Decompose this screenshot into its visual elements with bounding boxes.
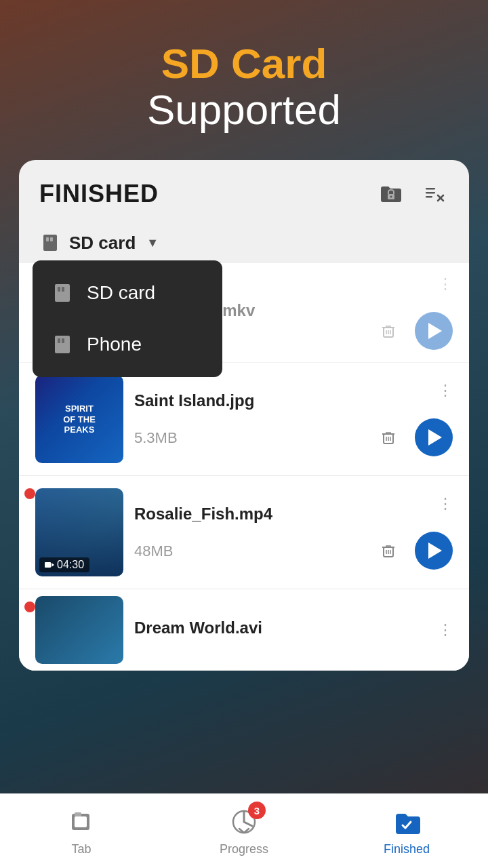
tab-svg-icon [68,808,95,835]
play-triangle-2 [428,429,442,446]
svg-rect-13 [55,336,70,353]
thumb-overlay-3: 04:30 [35,488,123,576]
action-row-3 [373,532,453,570]
svg-rect-2 [426,188,435,190]
trash-icon-2 [378,427,399,448]
file-item-dot-4 [24,601,35,612]
svg-rect-4 [426,196,432,198]
file-name-3: Rosalie_Fish.mp4 [134,505,362,524]
svg-rect-15 [62,338,64,343]
delete-list-icon [422,182,446,206]
play-triangle-3 [428,542,442,559]
file-actions-4: ⋮ [438,621,453,639]
file-size-3: 48MB [134,542,362,560]
thumb-duration-3: 04:30 [39,557,89,572]
header: SD Card Supported [0,0,488,160]
folder-lock-icon [378,182,403,206]
card-title: FINISHED [39,180,159,208]
tab-label-finished: Finished [384,842,430,856]
finished-svg-icon [392,807,422,837]
dropdown-phone-icon [52,334,73,355]
dropdown-phone-label: Phone [87,334,142,355]
svg-rect-12 [62,287,64,292]
storage-selector[interactable]: SD card ▼ SD card Phone [19,222,469,263]
play-button-2[interactable] [415,418,453,456]
svg-rect-26 [45,562,51,568]
file-info-4: Dream World.avi [134,616,427,644]
tab-label-progress: Progress [220,842,268,856]
action-row-1 [373,312,453,350]
tab-item-tab[interactable]: Tab [0,806,163,856]
main-card: FINISHED [19,160,469,671]
file-size-2: 5.3MB [134,429,362,447]
video-icon-3 [45,561,54,568]
svg-rect-14 [58,338,60,343]
dropdown-sdcard-icon [52,282,73,304]
storage-label: SD card [69,233,136,254]
tab-item-progress[interactable]: 3 Progress [163,806,325,856]
delete-list-button[interactable] [419,179,449,209]
tab-label-tab: Tab [71,842,91,856]
delete-button-2[interactable] [373,422,404,453]
file-info-2: Saint Island.jpg 5.3MB [134,389,362,450]
file-item-2: SPIRITOF THEPEAKS Saint Island.jpg 5.3MB… [19,363,469,476]
progress-badge: 3 [248,802,266,819]
file-actions-3: ⋮ [373,495,453,570]
file-actions-2: ⋮ [373,382,453,456]
card-header: FINISHED [19,179,469,222]
storage-dropdown: SD card Phone [33,260,222,377]
svg-rect-3 [426,192,435,194]
action-row-2 [373,418,453,456]
file-item-3: 04:30 Rosalie_Fish.mp4 48MB ⋮ [19,476,469,589]
more-icon-1[interactable]: ⋮ [438,275,453,293]
dropdown-phone-item[interactable]: Phone [33,319,222,370]
dropdown-sdcard-label: SD card [87,282,155,304]
card-icons [375,179,449,209]
svg-rect-35 [75,812,81,816]
folder-lock-button[interactable] [375,179,405,209]
play-button-1[interactable] [415,312,453,350]
tab-item-finished[interactable]: Finished [325,806,488,856]
svg-rect-8 [46,237,49,241]
delete-button-1[interactable] [373,315,404,347]
file-info-3: Rosalie_Fish.mp4 48MB [134,502,362,563]
more-icon-2[interactable]: ⋮ [438,382,453,399]
svg-rect-34 [75,816,87,827]
more-icon-4[interactable]: ⋮ [438,621,453,639]
trash-icon-3 [378,540,399,561]
svg-marker-27 [52,563,54,567]
thumb-text-2: SPIRITOF THEPEAKS [56,397,102,442]
file-thumb-2: SPIRITOF THEPEAKS [35,375,123,463]
play-triangle-1 [428,323,442,339]
header-sdcard-label: SD Card [14,41,474,87]
svg-rect-10 [55,284,70,302]
svg-rect-11 [58,287,60,292]
file-name-2: Saint Island.jpg [134,391,362,410]
svg-point-1 [390,196,392,198]
svg-rect-9 [50,237,53,241]
dropdown-sdcard-item[interactable]: SD card [33,267,222,319]
tab-icon-finished [390,806,423,838]
header-supported-label: Supported [14,87,474,133]
svg-rect-7 [43,235,57,251]
file-item-dot-3 [24,488,35,499]
trash-icon-1 [378,321,399,341]
tab-icon-tab [65,806,98,838]
tab-bar: Tab 3 Progress Finished [0,793,488,868]
tab-icon-progress: 3 [228,806,260,838]
storage-chevron-icon: ▼ [146,236,159,250]
sdcard-selector-icon [39,232,61,254]
file-actions-1: ⋮ [373,275,453,350]
play-button-3[interactable] [415,532,453,570]
file-thumb-4 [35,596,123,664]
more-icon-3[interactable]: ⋮ [438,495,453,513]
file-item-4: Dream World.avi ⋮ [19,589,469,671]
file-thumb-3: 04:30 [35,488,123,576]
file-name-4: Dream World.avi [134,618,427,637]
delete-button-3[interactable] [373,535,404,566]
